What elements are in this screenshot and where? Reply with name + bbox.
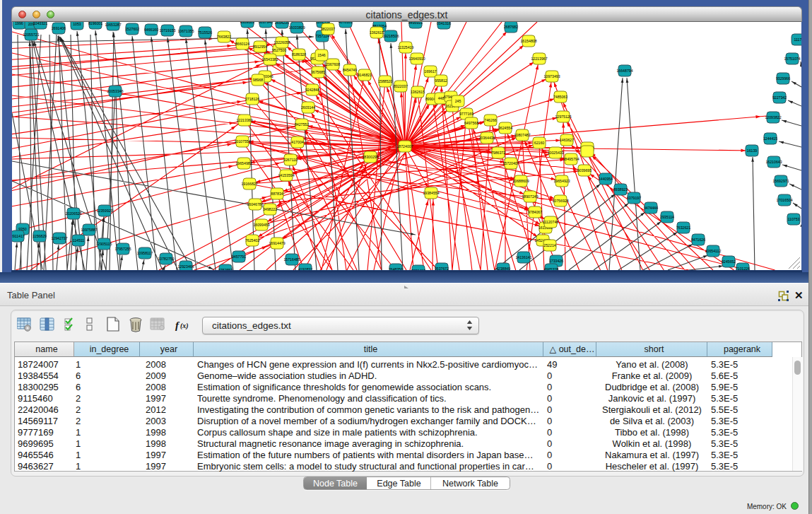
- svg-text:245: 245: [455, 99, 461, 103]
- svg-text:19654982: 19654982: [235, 161, 252, 165]
- svg-text:7663822: 7663822: [217, 35, 231, 39]
- svg-text:10807487: 10807487: [514, 133, 530, 137]
- svg-text:2654235: 2654235: [275, 22, 289, 25]
- svg-text:16033809: 16033809: [288, 25, 305, 30]
- svg-text:2687682: 2687682: [504, 25, 518, 29]
- svg-text:2718126: 2718126: [245, 97, 259, 101]
- svg-text:1463627: 1463627: [560, 138, 574, 142]
- svg-text:955812: 955812: [435, 78, 447, 83]
- svg-text:4238849: 4238849: [496, 267, 510, 270]
- svg-text:12905115: 12905115: [96, 242, 112, 246]
- svg-text:19654923: 19654923: [553, 179, 570, 183]
- svg-text:1053: 1053: [73, 22, 81, 26]
- svg-text:9527500: 9527500: [272, 48, 286, 52]
- svg-text:110753: 110753: [788, 217, 800, 221]
- svg-text:8186328: 8186328: [292, 52, 306, 57]
- svg-text:2367608: 2367608: [326, 62, 340, 66]
- svg-text:6379197: 6379197: [627, 196, 641, 200]
- svg-text:4752553: 4752553: [218, 268, 233, 270]
- svg-text:16099459: 16099459: [253, 223, 269, 227]
- svg-text:1527602: 1527602: [125, 27, 139, 31]
- svg-text:16139: 16139: [747, 148, 758, 153]
- svg-text:12055721: 12055721: [23, 33, 39, 37]
- svg-text:7648350: 7648350: [389, 267, 403, 270]
- svg-text:10654112: 10654112: [705, 249, 722, 253]
- svg-text:10975887: 10975887: [81, 228, 97, 232]
- svg-text:9146821: 9146821: [358, 73, 372, 77]
- svg-text:18724007: 18724007: [396, 144, 413, 148]
- svg-text:19218506: 19218506: [382, 34, 399, 38]
- svg-text:15720407: 15720407: [502, 161, 519, 165]
- svg-text:98968: 98968: [253, 78, 264, 82]
- svg-text:6497568: 6497568: [464, 121, 478, 125]
- svg-text:8454749: 8454749: [343, 68, 357, 72]
- svg-text:9777169: 9777169: [459, 112, 473, 116]
- svg-text:8637940: 8637940: [259, 22, 273, 24]
- svg-text:19166827: 19166827: [241, 182, 257, 186]
- svg-text:3498222: 3498222: [263, 207, 277, 211]
- svg-text:6466160: 6466160: [144, 28, 158, 32]
- svg-text:62160: 62160: [534, 141, 545, 145]
- svg-text:9537672: 9537672: [435, 267, 449, 270]
- svg-text:1362615: 1362615: [411, 90, 425, 94]
- svg-text:12093822: 12093822: [765, 115, 781, 119]
- svg-text:3267110: 3267110: [283, 158, 298, 162]
- svg-text:10653287: 10653287: [105, 23, 121, 27]
- svg-text:16648794: 16648794: [616, 69, 632, 73]
- svg-text:11325419: 11325419: [398, 45, 414, 49]
- svg-text:17957255: 17957255: [114, 247, 131, 251]
- svg-text:2603144: 2603144: [301, 105, 315, 110]
- svg-text:8471626: 8471626: [691, 238, 705, 242]
- svg-text:3056413: 3056413: [411, 269, 425, 270]
- svg-text:114511: 114511: [73, 238, 85, 243]
- svg-text:8495931: 8495931: [408, 22, 423, 25]
- svg-text:f: f: [175, 320, 180, 331]
- svg-text:887834: 887834: [271, 192, 283, 196]
- svg-text:20206526: 20206526: [65, 211, 81, 216]
- svg-text:9227342: 9227342: [772, 95, 787, 100]
- svg-text:1117: 1117: [794, 37, 801, 42]
- svg-text:4078161: 4078161: [339, 22, 353, 24]
- svg-text:10107554: 10107554: [234, 139, 250, 144]
- svg-text:10025433: 10025433: [547, 151, 563, 155]
- svg-text:10973493: 10973493: [543, 74, 560, 78]
- svg-text:10958117: 10958117: [137, 251, 153, 255]
- svg-text:2691406: 2691406: [52, 26, 66, 30]
- svg-text:9474444: 9474444: [644, 206, 658, 210]
- svg-text:16914479: 16914479: [269, 241, 285, 245]
- svg-text:1156829: 1156829: [33, 234, 47, 238]
- svg-text:16210643: 16210643: [765, 160, 782, 164]
- svg-text:14136141: 14136141: [515, 255, 531, 259]
- svg-text:16543382: 16543382: [261, 57, 278, 62]
- svg-text:12923466: 12923466: [177, 264, 194, 269]
- svg-text:8196001: 8196001: [88, 22, 102, 25]
- svg-text:3389083: 3389083: [240, 22, 254, 24]
- svg-text:19384554: 19384554: [423, 191, 439, 195]
- svg-text:1733426: 1733426: [549, 259, 563, 263]
- svg-text:3822037: 3822037: [321, 27, 335, 31]
- svg-text:8660124: 8660124: [235, 42, 249, 46]
- svg-text:9457791: 9457791: [232, 255, 246, 259]
- svg-text:12942737: 12942737: [51, 236, 67, 240]
- svg-text:1996: 1996: [15, 22, 23, 25]
- svg-text:9242848: 9242848: [305, 88, 319, 92]
- svg-text:8912954: 8912954: [253, 45, 267, 49]
- svg-text:10671355: 10671355: [177, 29, 194, 33]
- svg-text:18300295: 18300295: [362, 155, 378, 159]
- svg-text:252214: 252214: [543, 243, 555, 247]
- svg-text:1588520: 1588520: [378, 79, 392, 83]
- svg-text:7101226: 7101226: [736, 267, 750, 270]
- svg-text:7986372: 7986372: [491, 151, 505, 155]
- svg-text:0341316: 0341316: [437, 22, 451, 25]
- svg-text:7485063: 7485063: [553, 95, 567, 99]
- svg-text:7625402: 7625402: [245, 238, 259, 243]
- svg-text:20053346: 20053346: [107, 89, 123, 93]
- svg-text:7632621: 7632621: [676, 226, 690, 230]
- svg-text:9329966: 9329966: [776, 76, 790, 81]
- svg-text:3624554: 3624554: [498, 126, 512, 130]
- svg-text:3675685: 3675685: [311, 70, 325, 74]
- svg-text:3911417: 3911417: [12, 234, 25, 238]
- svg-text:12213369: 12213369: [236, 118, 252, 122]
- svg-text:169617: 169617: [424, 69, 436, 74]
- svg-text:1244415: 1244415: [763, 136, 777, 141]
